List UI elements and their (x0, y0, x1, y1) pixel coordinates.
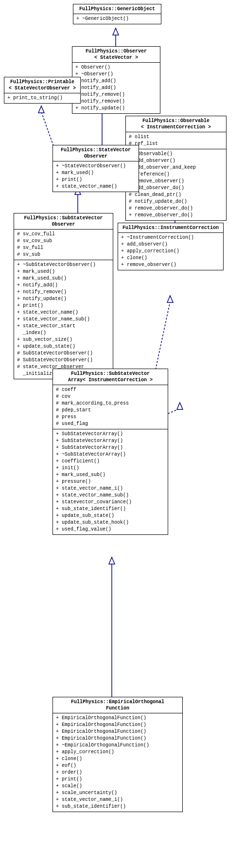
instrument-correction-title: FullPhysics::InstrumentCorrection (118, 223, 223, 233)
substate-observer-title: FullPhysics::SubStateVectorObserver (14, 213, 113, 230)
generic-object-methods: + ~GenericObject() (73, 14, 161, 24)
empirical-box: FullPhysics::EmpiricalOrthogonalFunction… (52, 697, 183, 812)
substate-observer-box: FullPhysics::SubStateVectorObserver # sv… (14, 213, 113, 379)
svg-line-5 (41, 112, 53, 146)
observable-title: FullPhysics::Observable< InstrumentCorre… (126, 116, 226, 132)
instrument-correction-methods: + ~InstrumentCorrection() + add_observer… (118, 233, 223, 270)
svg-marker-19 (177, 403, 183, 409)
substate-array-box: FullPhysics::SubStateVectorArray< Instru… (52, 369, 168, 535)
substate-observer-fields: # sv_cov_full # sv_cov_sub # sv_full # s… (14, 230, 113, 260)
empirical-title: FullPhysics::EmpiricalOrthogonalFunction (53, 697, 182, 713)
statevector-observer-methods: + ~StateVectorObserver() + mark_used() +… (53, 161, 139, 192)
svg-line-11 (156, 301, 170, 370)
observer-title: FullPhysics::Observer< StateVector > (72, 47, 160, 63)
substate-array-methods: + SubStateVectorArray() + SubStateVector… (53, 429, 168, 534)
generic-object-box: FullPhysics::GenericObject + ~GenericObj… (73, 4, 161, 24)
diagram-container: cloned FullPhysics::GenericObject + ~Gen… (0, 0, 244, 868)
svg-marker-16 (109, 557, 115, 564)
printable-methods: + print_to_string() (4, 93, 80, 103)
generic-object-title: FullPhysics::GenericObject (73, 4, 161, 14)
printable-title: FullPhysics::Printable< StateVectorObser… (4, 77, 80, 93)
substate-array-fields: # coeff # cov # mark_according_to_press … (53, 385, 168, 429)
svg-marker-2 (113, 28, 119, 35)
statevector-observer-title: FullPhysics::StateVectorObserver (53, 145, 139, 161)
observable-fields: # olist # ref_list (126, 132, 226, 149)
statevector-observer-box: FullPhysics::StateVectorObserver + ~Stat… (52, 145, 139, 192)
observable-methods: + ~Observable() + add_observer() + add_o… (126, 149, 226, 220)
instrument-correction-box: FullPhysics::InstrumentCorrection + ~Ins… (118, 223, 224, 270)
substate-array-title: FullPhysics::SubStateVectorArray< Instru… (53, 369, 168, 385)
svg-marker-12 (167, 296, 173, 302)
empirical-methods: + EmpiricalOrthogonalFunction() + Empiri… (53, 713, 182, 812)
substate-observer-methods: + ~SubStateVectorObserver() + mark_used(… (14, 260, 113, 379)
observer-box: FullPhysics::Observer< StateVector > + O… (72, 46, 160, 114)
svg-marker-6 (38, 106, 44, 113)
printable-box: FullPhysics::Printable< StateVectorObser… (4, 77, 81, 104)
observer-methods: + Observer() + ~Observer() + notify_add(… (72, 63, 160, 113)
observable-box: FullPhysics::Observable< InstrumentCorre… (125, 116, 227, 221)
